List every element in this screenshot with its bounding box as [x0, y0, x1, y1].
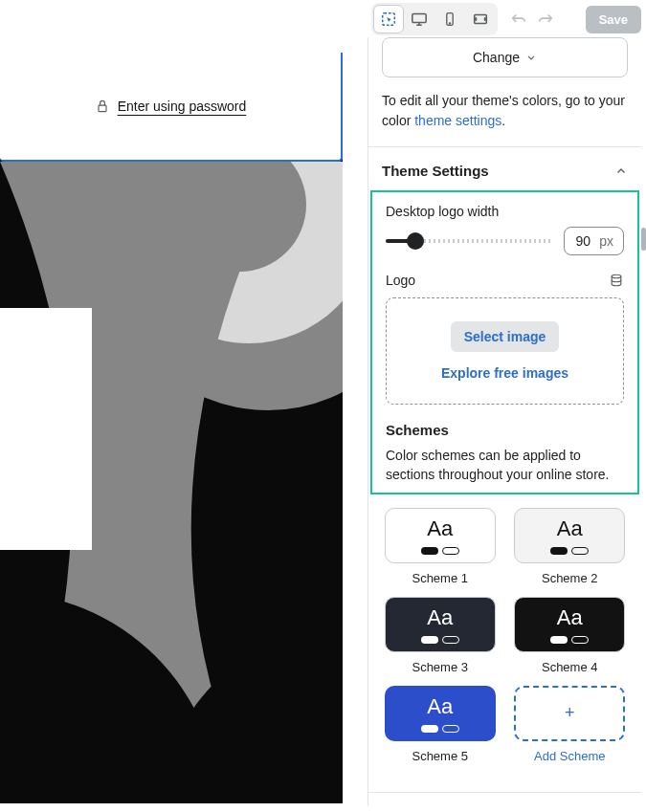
- top-toolbar: Save: [371, 3, 641, 35]
- theme-settings-section-header[interactable]: Theme Settings: [368, 146, 641, 190]
- chevron-down-icon: [525, 52, 537, 63]
- mobile-view-button[interactable]: [434, 5, 465, 33]
- scheme-preview-text: Aa: [557, 516, 583, 541]
- device-toggle-group: [371, 3, 498, 35]
- inspector-mode-button[interactable]: [373, 5, 404, 33]
- save-button[interactable]: Save: [586, 6, 641, 33]
- scheme-label: Scheme 5: [412, 749, 468, 763]
- redo-button[interactable]: [534, 8, 557, 31]
- schemes-description: Color schemes can be applied to sections…: [372, 446, 637, 485]
- scheme-preview-text: Aa: [427, 605, 453, 630]
- scheme-card-4[interactable]: Aa: [514, 597, 625, 652]
- schemes-title: Schemes: [372, 405, 637, 446]
- theme-settings-title: Theme Settings: [382, 163, 489, 179]
- logo-section-row: Logo: [372, 255, 637, 297]
- scheme-pills: [550, 547, 589, 555]
- svg-rect-5: [99, 105, 106, 111]
- logo-width-slider[interactable]: [386, 239, 552, 243]
- add-scheme-label[interactable]: Add Scheme: [534, 749, 605, 763]
- settings-panel: Change To edit all your theme's colors, …: [368, 37, 641, 806]
- logo-width-unit: px: [599, 233, 613, 249]
- enter-password-link[interactable]: Enter using password: [118, 99, 247, 114]
- explore-free-images-link[interactable]: Explore free images: [441, 365, 568, 381]
- scheme-pills: [421, 547, 459, 555]
- scheme-label: Scheme 2: [542, 571, 598, 585]
- change-button[interactable]: Change: [382, 37, 628, 77]
- undo-redo-group: [507, 8, 557, 31]
- logo-width-value-box[interactable]: 90 px: [564, 227, 624, 255]
- plus-icon: +: [565, 703, 575, 723]
- add-scheme-button[interactable]: +: [514, 686, 625, 741]
- scheme-preview-text: Aa: [427, 694, 453, 719]
- edit-colors-text: To edit all your theme's colors, go to y…: [368, 77, 641, 131]
- desktop-view-button[interactable]: [404, 5, 434, 33]
- theme-preview-frame: Enter using password: [0, 53, 343, 803]
- desktop-logo-width-label: Desktop logo width: [372, 192, 637, 227]
- edit-colors-text-part2: .: [501, 113, 505, 128]
- scheme-preview-text: Aa: [557, 605, 583, 630]
- scheme-preview-text: Aa: [427, 516, 453, 541]
- undo-button[interactable]: [507, 8, 530, 31]
- logo-label: Logo: [386, 273, 415, 288]
- svg-point-12: [612, 274, 621, 278]
- svg-point-3: [449, 23, 450, 24]
- custom-css-section-header[interactable]: Custom CSS: [368, 792, 641, 806]
- change-button-label: Change: [473, 50, 520, 65]
- slider-thumb[interactable]: [407, 232, 424, 250]
- select-image-button[interactable]: Select image: [451, 321, 560, 352]
- scheme-pills: [550, 636, 589, 644]
- preview-password-bar[interactable]: Enter using password: [0, 53, 343, 162]
- scheme-card-5[interactable]: Aa: [385, 686, 496, 741]
- scheme-card-2[interactable]: Aa: [514, 508, 625, 563]
- scheme-card-3[interactable]: Aa: [385, 597, 496, 652]
- scheme-card-1[interactable]: Aa: [385, 508, 496, 563]
- theme-settings-link[interactable]: theme settings: [414, 113, 501, 128]
- chevron-up-icon: [614, 165, 628, 178]
- desktop-logo-width-control: 90 px: [372, 227, 637, 255]
- scheme-label: Scheme 1: [412, 571, 468, 585]
- preview-white-overlay: [0, 308, 92, 550]
- scheme-pills: [421, 725, 459, 733]
- highlighted-settings-region: Desktop logo width 90 px Logo Select ima…: [370, 190, 639, 494]
- scheme-label: Scheme 3: [412, 660, 468, 674]
- logo-image-picker: Select image Explore free images: [386, 297, 624, 405]
- logo-width-value: 90: [574, 233, 591, 249]
- scheme-label: Scheme 4: [542, 660, 598, 674]
- color-schemes-grid: Aa Scheme 1 Aa Scheme 2 Aa Scheme 3 Aa: [368, 494, 641, 777]
- scheme-pills: [421, 636, 459, 644]
- dynamic-source-icon[interactable]: [609, 273, 624, 288]
- lock-icon: [95, 99, 110, 114]
- panel-scrollbar-thumb[interactable]: [641, 228, 646, 251]
- fullwidth-view-button[interactable]: [465, 5, 496, 33]
- svg-rect-1: [412, 14, 426, 23]
